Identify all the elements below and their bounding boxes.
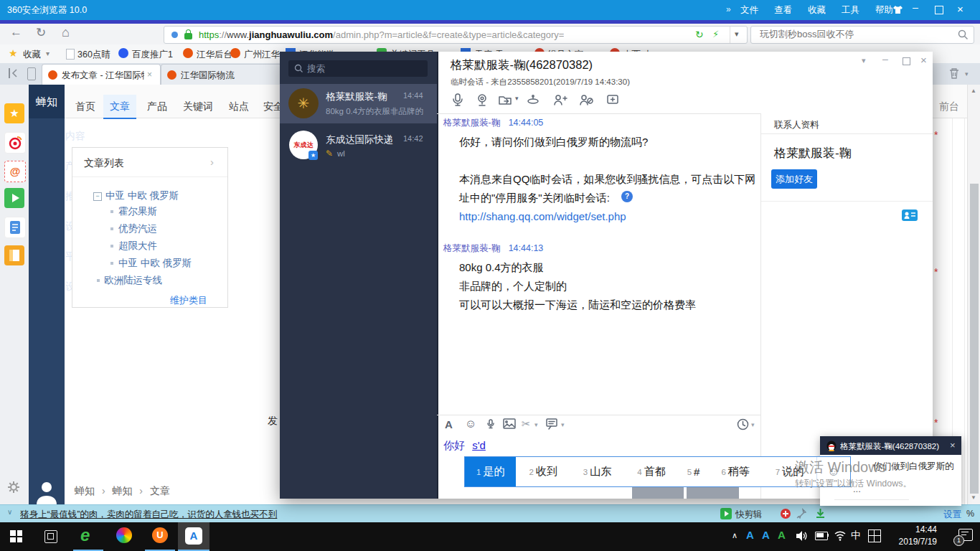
speed-mode-icon[interactable]: ↻: [695, 29, 704, 40]
bookmark-item[interactable]: 广州江华: [244, 49, 280, 61]
tree-item[interactable]: 优势汽运: [118, 222, 157, 235]
menu-tools[interactable]: 工具: [842, 4, 859, 17]
ime-candidate[interactable]: 5#: [679, 457, 709, 486]
tab-publish-article[interactable]: 发布文章 - 江华国际物流 ×: [42, 64, 161, 85]
chat-menu-caret-icon[interactable]: ▾: [862, 56, 866, 65]
nav-keywords[interactable]: 关键词: [176, 95, 220, 118]
scroll-thumb[interactable]: [970, 184, 979, 494]
taskbar-app-pinwheel-icon[interactable]: [116, 527, 132, 543]
ime-candidate[interactable]: 4首都: [624, 457, 678, 486]
ime-candidate[interactable]: 7说的: [763, 457, 816, 486]
skin-icon[interactable]: [892, 4, 904, 19]
send-image-icon[interactable]: [503, 418, 516, 433]
taskbar-app-ie-icon[interactable]: e: [80, 527, 98, 544]
ime-candidate[interactable]: 3山东: [570, 457, 624, 486]
maintain-category-link[interactable]: 维护类目: [170, 294, 207, 307]
send-file-caret-icon[interactable]: ▾: [515, 95, 519, 102]
zoom-level[interactable]: %: [966, 509, 974, 519]
nav-frontend[interactable]: 前台: [933, 95, 966, 118]
chat-minimize-button[interactable]: –: [882, 53, 888, 65]
search-icon[interactable]: [958, 29, 969, 43]
trash-icon[interactable]: [948, 67, 960, 83]
status-settings-link[interactable]: 设置: [943, 509, 961, 521]
tab-close-icon[interactable]: ×: [147, 70, 152, 80]
ime-grid-icon[interactable]: [868, 529, 881, 542]
mobile-icon[interactable]: [27, 67, 36, 80]
remote-demo-icon[interactable]: [525, 92, 541, 110]
bolt-icon[interactable]: ⚡: [712, 29, 719, 39]
nav-site[interactable]: 站点: [222, 95, 255, 118]
voice-message-icon[interactable]: [485, 418, 496, 433]
tree-item[interactable]: 欧洲陆运专线: [104, 274, 162, 287]
ime-emoji-cell[interactable]: ☺: [816, 457, 849, 486]
window-close-button[interactable]: ×: [957, 3, 963, 15]
weibo-icon[interactable]: [4, 132, 26, 154]
video-call-icon[interactable]: [474, 92, 490, 110]
download-arrow-icon[interactable]: [815, 508, 826, 522]
bookmark-item[interactable]: 江华后台: [197, 49, 232, 61]
ime-candidate[interactable]: 6稍等: [708, 457, 762, 486]
add-friend-button[interactable]: 添加好友: [771, 169, 817, 189]
popup-close-icon[interactable]: ×: [950, 440, 956, 451]
send-file-icon[interactable]: [497, 92, 513, 110]
ime-language-indicator[interactable]: 中: [851, 529, 861, 542]
emoticon-icon[interactable]: ☺: [465, 418, 476, 430]
menu-file[interactable]: 文件: [740, 4, 758, 17]
nav-article[interactable]: 文章: [103, 95, 136, 119]
profile-tab[interactable]: 联系人资料: [774, 119, 819, 131]
tray-a-icon[interactable]: A: [778, 529, 786, 541]
video-icon[interactable]: [4, 188, 24, 208]
ime-candidate-selected[interactable]: 1 是的: [465, 457, 516, 486]
tree-collapse-icon[interactable]: −: [93, 192, 102, 201]
menu-view[interactable]: 查看: [774, 4, 792, 17]
quick-reply-icon[interactable]: [546, 418, 559, 433]
session-restore-icon[interactable]: [9, 68, 19, 78]
network-icon[interactable]: [834, 529, 847, 545]
nav-product[interactable]: 产品: [141, 95, 174, 118]
chat-close-button[interactable]: ×: [920, 54, 927, 66]
at-mail-icon[interactable]: @: [4, 161, 26, 182]
favorites-star-icon[interactable]: ★: [9, 47, 18, 59]
doc-icon[interactable]: [4, 217, 26, 238]
voice-call-icon[interactable]: [450, 92, 466, 110]
tree-item[interactable]: 中亚 中欧 俄罗斯: [118, 257, 192, 270]
tray-a-icon[interactable]: A: [762, 529, 770, 541]
news-caret-icon[interactable]: ∨: [7, 508, 12, 516]
volume-icon[interactable]: [795, 529, 808, 545]
quick-clip-label[interactable]: 快剪辑: [735, 509, 763, 521]
chat-maximize-button[interactable]: [903, 57, 910, 65]
trash-caret-icon[interactable]: ▾: [965, 70, 969, 77]
favorite-star-icon[interactable]: ★: [4, 103, 24, 123]
book-icon[interactable]: [4, 245, 24, 265]
battery-icon[interactable]: [815, 532, 828, 540]
quick-clip-icon[interactable]: [720, 508, 732, 519]
screenshot-icon[interactable]: ✂: [522, 418, 531, 430]
history-caret-icon[interactable]: ▾: [751, 421, 755, 428]
add-friend-icon[interactable]: [552, 92, 567, 110]
bookmark-item[interactable]: 360点睛: [77, 49, 110, 61]
qq-search-box[interactable]: 搜索: [288, 60, 428, 77]
tray-a-icon[interactable]: A: [746, 529, 754, 541]
message-link[interactable]: http://shang.qq.com/widget/set.php: [459, 207, 760, 226]
sidebar-item-content[interactable]: 内容: [57, 121, 93, 151]
tree-item[interactable]: 超限大件: [118, 240, 157, 253]
home-icon[interactable]: ⌂: [62, 25, 70, 40]
address-bar[interactable]: https://www.jianghuawuliu.com/admin.php?…: [164, 26, 748, 44]
pin-icon[interactable]: [796, 508, 807, 522]
nav-home[interactable]: 首页: [69, 95, 102, 118]
chat-input[interactable]: 你好 s'd: [443, 439, 486, 453]
scroll-down-icon[interactable]: ▼: [971, 494, 976, 501]
url-dropdown-icon[interactable]: ▾: [735, 29, 739, 39]
news-headline-link[interactable]: 猪身上“最值钱”的肉，卖肉的留着自己吃，识货的人拿钱也买不到: [20, 509, 277, 521]
scroll-up-icon[interactable]: ▲: [971, 88, 976, 94]
crumb-chanzhi[interactable]: 蝉知: [75, 485, 95, 496]
tray-expand-icon[interactable]: ∧: [732, 531, 738, 540]
action-center-icon[interactable]: 1: [958, 529, 973, 541]
search-input[interactable]: [758, 28, 955, 40]
task-view-button[interactable]: [44, 530, 57, 543]
contact-card-icon[interactable]: [902, 209, 918, 221]
screenshot-caret-icon[interactable]: ▾: [534, 421, 538, 428]
gear-icon[interactable]: [7, 481, 20, 496]
bookmark-item[interactable]: 百度推广1: [132, 49, 173, 61]
temp-session-link[interactable]: http://shang.qq.com/widget/set.php: [459, 210, 626, 222]
